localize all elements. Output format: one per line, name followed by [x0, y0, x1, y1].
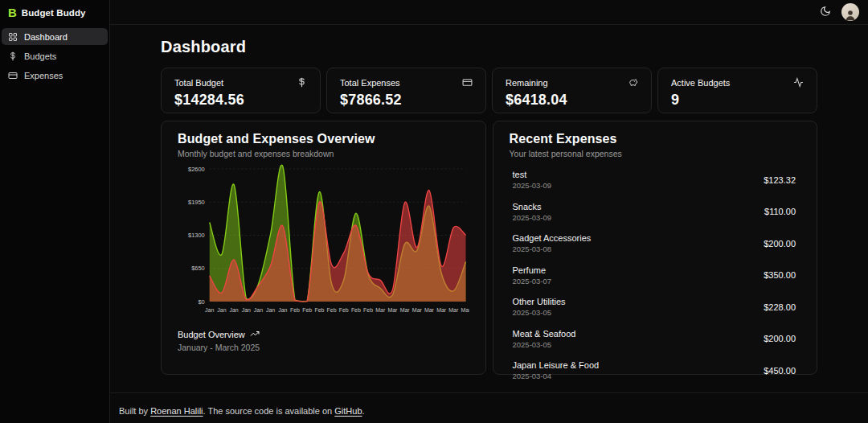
- app-root: B Budget Buddy Dashboard Budgets Expen: [0, 0, 868, 423]
- stat-label: Active Budgets: [671, 78, 730, 88]
- expense-date: 2025-03-09: [513, 213, 552, 222]
- sidebar-item-dashboard[interactable]: Dashboard: [2, 28, 108, 45]
- expense-name: Japan Leisure & Food: [513, 360, 600, 370]
- recent-expenses-panel: Recent Expenses Your latest personal exp…: [493, 121, 818, 375]
- footer-text: . The source code is available on: [203, 406, 335, 416]
- svg-text:Jan: Jan: [254, 307, 263, 313]
- footer-text: .: [362, 406, 365, 416]
- footer-text: Built by: [119, 406, 150, 416]
- person-icon: [844, 8, 857, 21]
- recent-expenses-subtitle: Your latest personal expenses: [510, 149, 801, 158]
- expense-row[interactable]: Perfume 2025-03-07 $350.00: [510, 265, 801, 285]
- svg-text:Jan: Jan: [266, 307, 275, 313]
- expense-row[interactable]: test 2025-03-09 $123.32: [510, 170, 801, 190]
- svg-text:Mar: Mar: [387, 307, 398, 313]
- expense-date: 2025-03-04: [513, 372, 600, 380]
- overview-subtitle: Monthly budget and expenses breakdown: [178, 149, 469, 158]
- expense-amount: $200.00: [764, 334, 796, 343]
- stat-label: Total Budget: [174, 78, 223, 88]
- stat-value: $14284.56: [174, 92, 307, 109]
- expense-date: 2025-03-05: [513, 340, 576, 349]
- dollar-sign-icon: [8, 51, 18, 61]
- svg-text:Mar: Mar: [436, 307, 447, 313]
- piggy-bank-icon: [628, 77, 638, 88]
- sidebar-item-budgets[interactable]: Budgets: [2, 47, 108, 64]
- expense-row[interactable]: Japan Leisure & Food 2025-03-04 $450.00: [510, 360, 801, 380]
- svg-text:Feb: Feb: [339, 307, 349, 313]
- expense-date: 2025-03-08: [513, 244, 592, 253]
- svg-text:Mar: Mar: [375, 307, 386, 313]
- app-title: Budget Buddy: [22, 8, 86, 18]
- expense-list: test 2025-03-09 $123.32 Snacks 2025-03-0…: [510, 170, 801, 380]
- activity-icon: [793, 77, 804, 88]
- github-link[interactable]: GitHub: [334, 406, 362, 416]
- svg-text:Feb: Feb: [351, 307, 361, 313]
- overview-footer: Budget Overview January - March 2025: [178, 329, 469, 352]
- expense-row[interactable]: Meat & Seafood 2025-03-05 $200.00: [510, 329, 801, 349]
- stat-value: $7866.52: [340, 92, 473, 109]
- svg-text:Mar: Mar: [461, 307, 469, 313]
- credit-card-icon: [8, 71, 18, 80]
- expense-amount: $110.00: [764, 207, 796, 216]
- sidebar-nav: Dashboard Budgets Expenses: [0, 28, 109, 84]
- trending-up-icon: [250, 329, 260, 340]
- theme-toggle-button[interactable]: [818, 4, 833, 21]
- svg-text:Jan: Jan: [230, 307, 239, 313]
- expense-amount: $350.00: [764, 270, 796, 280]
- budget-overview-panel: Budget and Expenses Overview Monthly bud…: [161, 121, 486, 375]
- moon-icon: [820, 6, 831, 19]
- overview-chart: $0$650$1300$1950$2600JanJanJanJanJanJanJ…: [178, 162, 469, 323]
- expense-date: 2025-03-07: [513, 277, 552, 285]
- app-logo[interactable]: B Budget Buddy: [0, 0, 109, 25]
- svg-text:Feb: Feb: [302, 307, 312, 313]
- stat-card-total-expenses: Total Expenses $7866.52: [326, 68, 486, 113]
- expense-row[interactable]: Other Utilities 2025-03-05 $228.00: [510, 297, 801, 317]
- svg-text:Feb: Feb: [327, 307, 337, 313]
- sidebar-item-label: Dashboard: [24, 32, 68, 42]
- main-column: Dashboard Total Budget $14284.56 Total E…: [110, 0, 868, 423]
- stat-card-remaining: Remaining $6418.04: [492, 68, 652, 113]
- svg-text:Feb: Feb: [314, 307, 324, 313]
- stat-label: Remaining: [506, 78, 548, 88]
- svg-text:Feb: Feb: [363, 307, 373, 313]
- recent-expenses-title: Recent Expenses: [510, 132, 801, 146]
- svg-text:$2600: $2600: [188, 166, 205, 173]
- expense-row[interactable]: Snacks 2025-03-09 $110.00: [510, 202, 801, 222]
- expense-name: test: [513, 170, 552, 179]
- overview-footer-period: January - March 2025: [178, 343, 469, 352]
- layout-grid-icon: [8, 32, 18, 42]
- stat-cards: Total Budget $14284.56 Total Expenses: [161, 68, 817, 113]
- expense-amount: $228.00: [764, 302, 796, 312]
- expense-row[interactable]: Gadget Accessories 2025-03-08 $200.00: [510, 233, 801, 253]
- credit-card-icon: [462, 77, 473, 88]
- svg-text:Jan: Jan: [217, 307, 226, 313]
- svg-text:$1950: $1950: [188, 199, 205, 206]
- svg-text:$650: $650: [191, 265, 205, 272]
- logo-icon: B: [8, 6, 17, 18]
- dollar-sign-icon: [297, 77, 307, 88]
- dashboard-content: Dashboard Total Budget $14284.56 Total E…: [110, 25, 868, 392]
- expense-name: Perfume: [513, 265, 552, 275]
- page-footer: Built by Roenan Halili. The source code …: [110, 392, 868, 423]
- sidebar-item-expenses[interactable]: Expenses: [2, 67, 108, 84]
- stat-card-active-budgets: Active Budgets 9: [657, 68, 817, 113]
- topbar: [110, 0, 868, 25]
- svg-text:Mar: Mar: [400, 307, 411, 313]
- sidebar-item-label: Budgets: [24, 51, 56, 61]
- expense-name: Gadget Accessories: [513, 233, 592, 243]
- expense-name: Meat & Seafood: [513, 329, 576, 339]
- svg-text:Mar: Mar: [448, 307, 459, 313]
- dashboard-panels: Budget and Expenses Overview Monthly bud…: [161, 121, 817, 375]
- overview-title: Budget and Expenses Overview: [178, 132, 469, 146]
- overview-footer-label: Budget Overview: [178, 330, 245, 339]
- stat-card-total-budget: Total Budget $14284.56: [161, 68, 321, 113]
- user-avatar[interactable]: [841, 3, 859, 21]
- expense-amount: $123.32: [764, 175, 796, 185]
- svg-text:Feb: Feb: [290, 307, 300, 313]
- expense-date: 2025-03-09: [513, 181, 552, 190]
- author-link[interactable]: Roenan Halili: [150, 406, 203, 416]
- sidebar-item-label: Expenses: [24, 71, 63, 80]
- expense-date: 2025-03-05: [513, 308, 566, 317]
- svg-text:$1300: $1300: [188, 232, 205, 239]
- sidebar: B Budget Buddy Dashboard Budgets Expen: [0, 0, 110, 423]
